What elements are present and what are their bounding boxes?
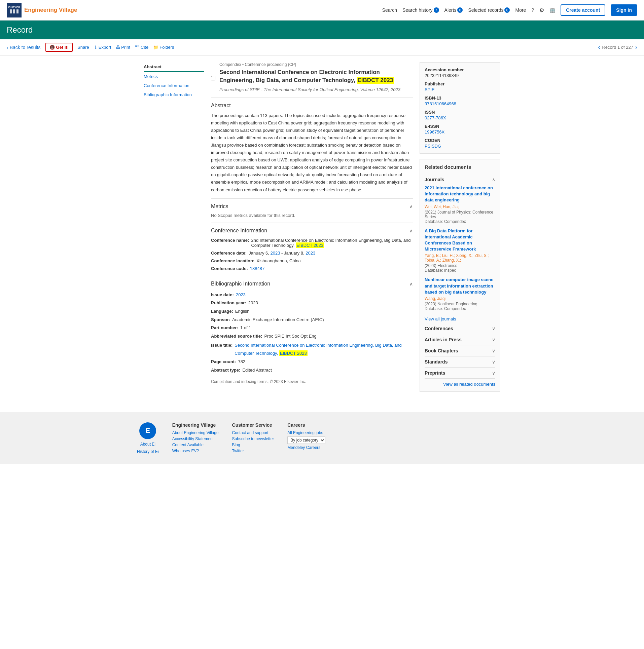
conf-name-highlight[interactable]: EIBDCT 2023 [296,242,324,248]
footer-accessibility[interactable]: Accessibility Statement [172,436,219,441]
journal-item-1: 2021 international conference on informa… [425,185,495,224]
issn-value: 0277-786X [425,115,495,120]
page-title-bar: Record [0,21,644,39]
share-button[interactable]: Share [77,45,89,50]
record-title-before: Second International Conference on Elect… [219,69,380,83]
related-journals-header[interactable]: Journals ∧ [425,174,495,185]
accession-block: Accession number 20232114139349 Publishe… [420,62,500,154]
sidebar-item-abstract[interactable]: Abstract [144,62,204,72]
nav-alerts[interactable]: Alerts 0 [444,7,463,13]
footer-col-careers: Careers All Engineering jobs By job cate… [287,422,325,450]
biblio-issue-title-before[interactable]: Second International Conference on Elect… [235,343,401,356]
prev-record-arrow[interactable]: ‹ [598,44,600,51]
coden-value: PSISDG [425,144,495,149]
journal-item-3-database: Database: Compendex [425,306,495,311]
footer-about-ei[interactable]: About Ei [140,442,155,447]
footer-job-category-select[interactable]: By job category [287,436,325,444]
create-account-button[interactable]: Create account [561,4,605,16]
biblio-issue-title-highlight[interactable]: EIBDCT 2023 [279,350,308,356]
related-conferences-header[interactable]: Conferences ∨ [425,323,495,334]
footer-job-category-select-wrapper: By job category [287,436,325,444]
nav-institution[interactable]: 🏢 [549,7,555,13]
journal-item-2: A Big Data Platform for International Ac… [425,228,495,273]
cite-button[interactable]: ❞❞ Cite [135,45,148,50]
accession-number-label: Accession number [425,67,495,72]
view-all-journals-link[interactable]: View all journals [425,315,495,323]
metrics-section-title: Metrics [211,203,228,209]
footer-history-ei[interactable]: History of Ei [137,449,159,454]
record-main: Compendex • Conference proceeding (CP) S… [211,62,413,392]
footer-logo: E [139,422,156,439]
coden-label: CODEN [425,138,495,143]
biblio-issue-date-value[interactable]: 2023 [236,291,246,299]
related-conferences-section: Conferences ∨ [425,323,495,334]
issn-label: ISSN [425,110,495,115]
sidebar-item-conference[interactable]: Conference Information [144,81,204,90]
conf-date-year2[interactable]: 2023 [306,251,315,256]
biblio-abbr-value: Proc SPIE Int Soc Opt Eng [264,332,316,341]
publisher-label: Publisher [425,81,495,86]
related-articles-header[interactable]: Articles in Press ∨ [425,334,495,345]
related-preprints-header[interactable]: Preprints ∨ [425,368,495,378]
journal-item-1-meta: (2021) Journal of Physics: Conference Se… [425,210,495,219]
journal-item-2-title[interactable]: A Big Data Platform for International Ac… [425,228,495,253]
metrics-toggle-icon[interactable]: ∧ [409,204,413,209]
svg-rect-2 [16,9,19,13]
folders-button[interactable]: 📁 Folders [153,45,174,50]
nav-more[interactable]: More [515,7,526,13]
print-button[interactable]: 🖶 Print [116,45,130,50]
nav-selected-records[interactable]: Selected records 0 [468,7,510,13]
conference-toggle-icon[interactable]: ∧ [409,228,413,233]
journal-item-3-title[interactable]: Nonlinear computer image scene and targe… [425,277,495,295]
nav-settings[interactable]: ⚙ [539,7,544,13]
export-button[interactable]: ⇓ Export [94,45,111,50]
next-record-arrow[interactable]: › [635,44,637,51]
back-to-results-link[interactable]: ‹ Back to results [7,45,41,50]
biblio-abstract-type-value: Edited Abstract [242,366,272,375]
footer-blog[interactable]: Blog [232,443,274,447]
related-journals-section: Journals ∧ 2021 international conference… [425,174,495,323]
footer-col-ev-title: Engineering Village [172,422,219,428]
logo-box: ELSEVIER [7,3,22,17]
footer-subscribe[interactable]: Subscribe to newsletter [232,436,274,441]
abstract-section: Abstract The proceedings contain 113 pap… [211,98,413,198]
nav-help[interactable]: ? [531,7,534,13]
footer-all-jobs[interactable]: All Engineering jobs [287,430,325,435]
record-title: Second International Conference on Elect… [219,68,413,84]
biblio-toggle-icon[interactable]: ∧ [409,281,413,287]
record-navigation: ‹ Record 1 of 227 › [598,44,637,51]
view-all-related-link[interactable]: View all related documents [443,382,495,387]
page-title: Record [7,25,637,35]
sidebar-item-metrics[interactable]: Metrics [144,72,204,81]
footer-mendeley[interactable]: Mendeley Careers [287,445,325,450]
journal-item-1-title[interactable]: 2021 international conference on informa… [425,185,495,203]
footer-about-ev[interactable]: About Engineering Village [172,430,219,435]
record-checkbox[interactable] [211,64,215,92]
biblio-language-value: English [235,307,250,316]
nav-search-history[interactable]: Search history 7 [402,7,439,13]
source-volume: Volume 12642, 2023 [360,87,400,92]
conf-code-value[interactable]: 188487 [250,266,264,271]
abstract-section-title: Abstract [211,103,231,109]
journal-item-3-authors: Wang, Jiaqi [425,296,495,301]
related-book-chapters-header[interactable]: Book Chapters ∨ [425,345,495,356]
record-counter: Record 1 of 227 [602,45,633,50]
journal-item-1-database: Database: Compendex [425,219,495,224]
get-it-button[interactable]: 📵 Get it! [45,43,73,52]
cite-quote-icon: ❞❞ [135,45,140,50]
biblio-pub-year-value: 2023 [248,299,258,307]
footer-twitter[interactable]: Twitter [232,449,274,453]
biblio-page-count-label: Page count: [211,358,236,366]
sidebar-item-bibliographic[interactable]: Bibliographic Information [144,90,204,99]
nav-search[interactable]: Search [382,7,397,13]
footer-content-available[interactable]: Content Available [172,443,219,447]
related-book-chapters-label: Book Chapters [425,348,458,353]
footer-who-uses[interactable]: Who uses EV? [172,449,219,453]
conf-name-value: 2nd International Conference on Electron… [251,238,410,248]
conf-date-year1[interactable]: 2023 [271,251,280,256]
biblio-abbr-label: Abbreviated source title: [211,332,262,341]
footer-contact[interactable]: Contact and support [232,430,274,435]
related-standards-header[interactable]: Standards ∨ [425,356,495,367]
sign-in-button[interactable]: Sign in [611,4,637,16]
print-icon: 🖶 [116,45,120,50]
